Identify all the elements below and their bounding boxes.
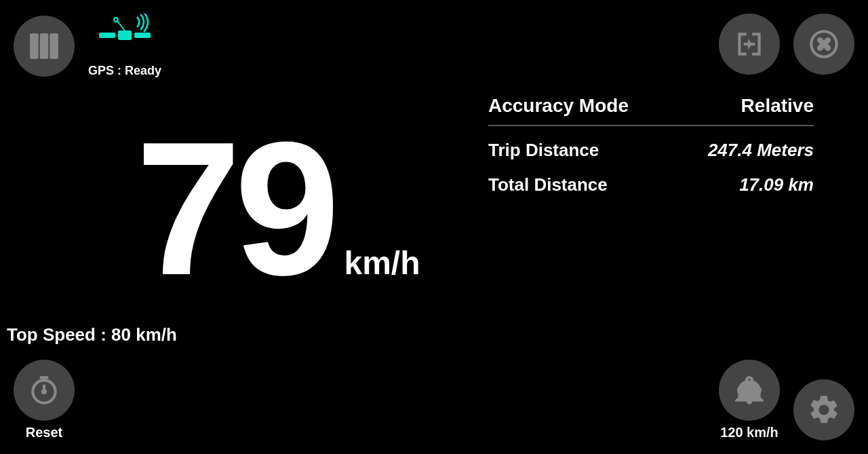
gps-status-container: GPS : Ready <box>88 14 161 78</box>
speed-unit: km/h <box>344 244 420 282</box>
svg-rect-4 <box>99 33 115 38</box>
alert-button[interactable] <box>719 360 780 421</box>
satellite-icon <box>98 14 152 61</box>
drawer-icon <box>27 29 61 63</box>
alert-speed-label: 120 km/h <box>720 425 778 440</box>
trip-distance-value: 247.4 Meters <box>708 140 814 161</box>
settings-button[interactable] <box>793 379 854 440</box>
info-panel: Accuracy Mode Relative Trip Distance 247… <box>488 95 814 209</box>
trip-distance-row: Trip Distance 247.4 Meters <box>488 140 814 161</box>
bottom-right-controls: 120 km/h <box>719 360 854 440</box>
svg-rect-0 <box>30 33 38 59</box>
svg-rect-1 <box>40 33 49 59</box>
svg-rect-5 <box>134 33 151 38</box>
trip-distance-label: Trip Distance <box>488 140 599 161</box>
transform-button[interactable] <box>719 14 780 75</box>
alert-container: 120 km/h <box>719 360 780 440</box>
top-right-controls <box>719 14 854 75</box>
top-left-controls: GPS : Ready <box>14 14 161 78</box>
svg-rect-2 <box>50 33 58 59</box>
accuracy-mode-value: Relative <box>741 95 814 117</box>
total-distance-row: Total Distance 17.09 km <box>488 174 814 195</box>
speed-value: 79 <box>136 113 333 303</box>
top-speed-display: Top Speed : 80 km/h <box>7 324 177 345</box>
svg-rect-3 <box>118 31 132 40</box>
reset-label: Reset <box>26 425 62 440</box>
gps-status-text: GPS : Ready <box>88 64 161 78</box>
bell-icon <box>732 373 766 407</box>
settings-container <box>793 379 854 440</box>
speed-display: 79 km/h <box>136 113 420 303</box>
total-distance-label: Total Distance <box>488 174 608 195</box>
transform-icon <box>732 27 766 61</box>
rotate-icon <box>807 27 841 61</box>
reset-icon <box>27 373 61 407</box>
total-distance-value: 17.09 km <box>739 174 814 195</box>
svg-line-6 <box>117 20 125 31</box>
top-speed-text: Top Speed : 80 km/h <box>7 324 177 345</box>
rotate-button[interactable] <box>793 14 854 75</box>
bottom-left-controls: Reset <box>14 360 75 440</box>
svg-point-7 <box>114 18 118 22</box>
gear-icon <box>807 393 841 427</box>
reset-button[interactable] <box>14 360 75 421</box>
accuracy-mode-label: Accuracy Mode <box>488 95 629 117</box>
drawer-button[interactable] <box>14 16 75 77</box>
accuracy-row: Accuracy Mode Relative <box>488 95 814 126</box>
